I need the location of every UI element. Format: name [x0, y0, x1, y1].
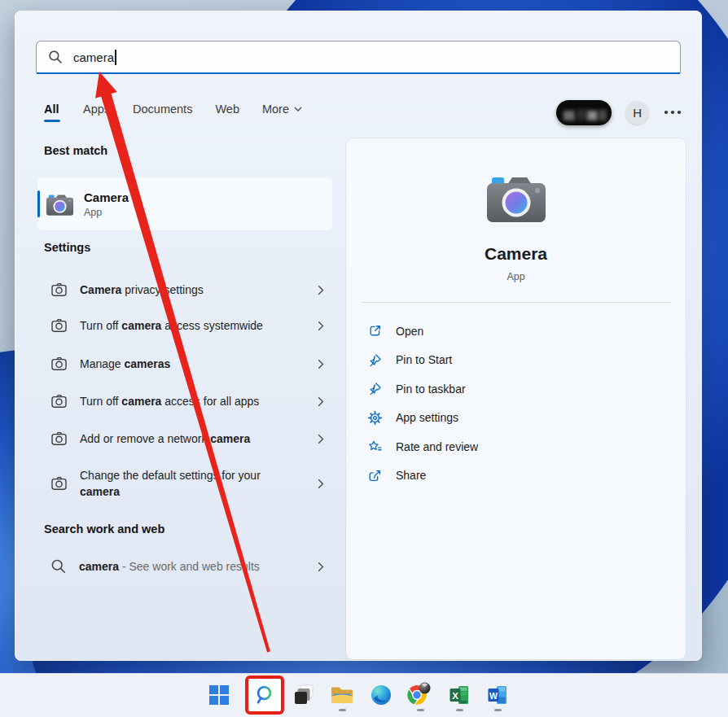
word-icon[interactable]: W [487, 684, 508, 706]
best-match-title: Camera [84, 190, 129, 204]
divider [361, 302, 671, 303]
gear-icon [368, 411, 382, 425]
filter-tabs-row: All Apps Documents Web More [44, 92, 682, 133]
text-caret [115, 50, 116, 65]
camera-outline-icon [50, 393, 68, 409]
action-share[interactable]: Share [368, 461, 671, 491]
rate-icon [368, 439, 382, 453]
preview-title: Camera [346, 244, 686, 264]
camera-outline-icon [50, 356, 68, 372]
open-icon [368, 324, 382, 338]
chevron-right-icon [318, 562, 324, 572]
chrome-icon[interactable] [406, 682, 434, 706]
camera-app-icon-large [485, 172, 547, 224]
pin-icon [368, 353, 382, 367]
search-icon [48, 50, 63, 64]
best-match-subtitle: App [84, 207, 129, 218]
best-match-header: Best match [44, 144, 107, 157]
chrome-profile-badge [419, 682, 431, 694]
running-indicator [456, 709, 463, 711]
file-explorer-icon[interactable] [330, 684, 354, 706]
windows-start-button[interactable] [208, 684, 230, 706]
tab-apps[interactable]: Apps [83, 103, 110, 122]
settings-header: Settings [44, 241, 90, 254]
annotation-highlight-box [245, 675, 284, 715]
user-avatar[interactable]: H [625, 101, 649, 125]
chevron-right-icon [318, 479, 324, 489]
camera-outline-icon [50, 475, 68, 492]
chevron-right-icon [318, 359, 324, 369]
svg-text:X: X [452, 691, 458, 701]
setting-row-camera-privacy[interactable]: Camera privacy settings [37, 273, 332, 306]
setting-row-default-camera[interactable]: Change the default settings for your cam… [37, 459, 332, 508]
task-view-button[interactable] [292, 683, 316, 707]
camera-app-icon [46, 192, 74, 216]
setting-row-turn-off-systemwide[interactable]: Turn off camera access systemwide [37, 309, 332, 342]
running-indicator [417, 709, 424, 711]
running-indicator [339, 709, 346, 711]
action-app-settings[interactable]: App settings [368, 404, 671, 433]
selection-accent-bar [37, 190, 40, 217]
chevron-right-icon [318, 434, 324, 444]
search-icon [50, 558, 67, 575]
tab-all[interactable]: All [44, 103, 60, 122]
pin-icon [368, 382, 382, 396]
setting-row-turn-off-all-apps[interactable]: Turn off camera access for all apps [37, 385, 332, 418]
blurred-account-badge[interactable] [556, 100, 612, 125]
excel-icon[interactable]: X [449, 684, 470, 706]
chevron-right-icon [318, 321, 324, 331]
action-pin-to-taskbar[interactable]: Pin to taskbar [368, 374, 671, 404]
tab-more[interactable]: More [262, 103, 302, 122]
tab-web[interactable]: Web [215, 103, 239, 122]
chevron-right-icon [318, 396, 324, 407]
best-match-result-camera[interactable]: Camera App [37, 177, 332, 230]
tab-documents[interactable]: Documents [133, 103, 192, 122]
search-query-text: camera [73, 50, 114, 64]
edge-icon[interactable] [371, 684, 392, 706]
search-flyout-panel: camera All Apps Documents Web More [15, 11, 702, 661]
setting-row-network-camera[interactable]: Add or remove a network camera [37, 422, 332, 455]
preview-subtitle: App [346, 271, 686, 282]
taskbar [0, 673, 728, 717]
web-search-header: Search work and web [44, 522, 164, 536]
action-open[interactable]: Open [368, 317, 671, 346]
app-preview-card: Camera App Open Pin to Start [346, 138, 686, 659]
preview-actions: Open Pin to Start Pin to taskbar [368, 317, 671, 490]
camera-outline-icon [50, 431, 68, 447]
share-icon [368, 469, 382, 483]
running-indicator [494, 709, 502, 711]
setting-row-manage-cameras[interactable]: Manage cameras [37, 348, 332, 380]
web-search-row[interactable]: camera - See work and web results [37, 550, 332, 583]
search-input[interactable]: camera [36, 41, 681, 74]
more-options-button[interactable] [663, 106, 682, 119]
camera-outline-icon [50, 317, 68, 334]
action-pin-to-start[interactable]: Pin to Start [368, 346, 671, 375]
chevron-right-icon [318, 285, 324, 295]
action-rate-and-review[interactable]: Rate and review [368, 432, 671, 461]
svg-text:W: W [489, 691, 498, 701]
chevron-down-icon [294, 107, 302, 111]
camera-outline-icon [50, 282, 68, 298]
